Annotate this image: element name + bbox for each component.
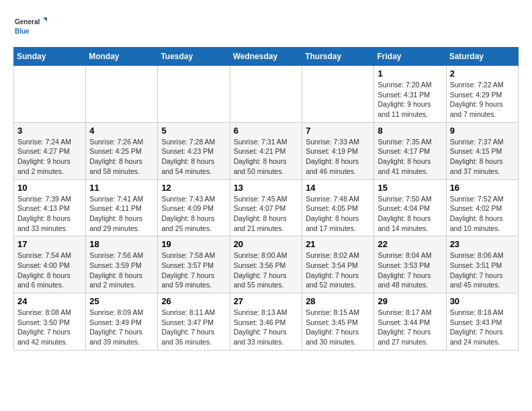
calendar-cell: 2Sunrise: 7:22 AM Sunset: 4:29 PM Daylig… <box>446 66 518 123</box>
day-info: Sunrise: 7:52 AM Sunset: 4:02 PM Dayligh… <box>450 194 515 234</box>
calendar-header-row: SundayMondayTuesdayWednesdayThursdayFrid… <box>14 48 519 66</box>
day-info: Sunrise: 7:43 AM Sunset: 4:09 PM Dayligh… <box>161 194 226 234</box>
day-info: Sunrise: 7:22 AM Sunset: 4:29 PM Dayligh… <box>450 80 515 120</box>
day-info: Sunrise: 7:58 AM Sunset: 3:57 PM Dayligh… <box>161 250 226 290</box>
calendar-cell: 30Sunrise: 8:18 AM Sunset: 3:43 PM Dayli… <box>446 293 518 351</box>
day-number: 7 <box>306 126 370 136</box>
calendar-cell: 8Sunrise: 7:35 AM Sunset: 4:17 PM Daylig… <box>374 122 446 179</box>
calendar-cell: 26Sunrise: 8:11 AM Sunset: 3:47 PM Dayli… <box>158 293 230 351</box>
day-number: 8 <box>378 126 442 136</box>
calendar-cell: 28Sunrise: 8:15 AM Sunset: 3:45 PM Dayli… <box>302 293 374 351</box>
day-number: 3 <box>17 126 82 136</box>
calendar-week-row: 1Sunrise: 7:20 AM Sunset: 4:31 PM Daylig… <box>14 66 519 123</box>
calendar-cell: 24Sunrise: 8:08 AM Sunset: 3:50 PM Dayli… <box>14 293 86 351</box>
day-info: Sunrise: 8:02 AM Sunset: 3:54 PM Dayligh… <box>306 250 370 290</box>
weekday-header: Friday <box>374 48 446 66</box>
day-number: 6 <box>234 126 299 136</box>
weekday-header: Thursday <box>302 48 374 66</box>
day-info: Sunrise: 7:45 AM Sunset: 4:07 PM Dayligh… <box>234 194 299 234</box>
calendar-week-row: 24Sunrise: 8:08 AM Sunset: 3:50 PM Dayli… <box>14 293 519 351</box>
calendar-cell <box>302 66 374 123</box>
svg-text:General: General <box>15 18 40 26</box>
day-info: Sunrise: 8:15 AM Sunset: 3:45 PM Dayligh… <box>306 308 370 347</box>
weekday-header: Tuesday <box>158 48 230 66</box>
day-info: Sunrise: 8:18 AM Sunset: 3:43 PM Dayligh… <box>450 308 515 347</box>
day-number: 20 <box>234 239 299 249</box>
calendar-cell: 6Sunrise: 7:31 AM Sunset: 4:21 PM Daylig… <box>230 122 302 179</box>
calendar-week-row: 3Sunrise: 7:24 AM Sunset: 4:27 PM Daylig… <box>14 122 519 179</box>
calendar-cell: 3Sunrise: 7:24 AM Sunset: 4:27 PM Daylig… <box>14 122 86 179</box>
weekday-header: Sunday <box>14 48 86 66</box>
calendar-week-row: 17Sunrise: 7:54 AM Sunset: 4:00 PM Dayli… <box>14 236 519 293</box>
day-number: 30 <box>450 296 515 306</box>
day-number: 9 <box>450 126 515 136</box>
day-info: Sunrise: 7:41 AM Sunset: 4:11 PM Dayligh… <box>89 194 154 234</box>
logo: General Blue <box>13 13 47 40</box>
day-info: Sunrise: 7:35 AM Sunset: 4:17 PM Dayligh… <box>378 137 442 177</box>
day-number: 13 <box>234 183 299 193</box>
day-number: 1 <box>378 68 442 79</box>
calendar-cell: 4Sunrise: 7:26 AM Sunset: 4:25 PM Daylig… <box>86 122 158 179</box>
day-number: 14 <box>306 183 370 193</box>
day-info: Sunrise: 8:11 AM Sunset: 3:47 PM Dayligh… <box>161 308 226 347</box>
day-info: Sunrise: 7:20 AM Sunset: 4:31 PM Dayligh… <box>378 80 442 120</box>
day-info: Sunrise: 7:28 AM Sunset: 4:23 PM Dayligh… <box>161 137 226 177</box>
calendar-cell <box>14 66 86 123</box>
svg-marker-2 <box>43 17 47 21</box>
day-number: 15 <box>378 183 442 193</box>
day-number: 11 <box>89 183 154 193</box>
day-number: 17 <box>17 239 82 249</box>
day-info: Sunrise: 7:31 AM Sunset: 4:21 PM Dayligh… <box>234 137 299 177</box>
day-number: 29 <box>378 296 442 306</box>
calendar-cell: 12Sunrise: 7:43 AM Sunset: 4:09 PM Dayli… <box>158 179 230 236</box>
day-info: Sunrise: 7:56 AM Sunset: 3:59 PM Dayligh… <box>89 250 154 290</box>
day-info: Sunrise: 8:00 AM Sunset: 3:56 PM Dayligh… <box>234 250 299 290</box>
logo-svg: General Blue <box>13 13 47 40</box>
day-number: 23 <box>450 239 515 249</box>
day-info: Sunrise: 7:48 AM Sunset: 4:05 PM Dayligh… <box>306 194 370 234</box>
day-info: Sunrise: 7:24 AM Sunset: 4:27 PM Dayligh… <box>17 137 82 177</box>
calendar-cell: 5Sunrise: 7:28 AM Sunset: 4:23 PM Daylig… <box>158 122 230 179</box>
day-number: 26 <box>161 296 226 306</box>
calendar-cell: 13Sunrise: 7:45 AM Sunset: 4:07 PM Dayli… <box>230 179 302 236</box>
calendar-cell: 7Sunrise: 7:33 AM Sunset: 4:19 PM Daylig… <box>302 122 374 179</box>
calendar-cell: 9Sunrise: 7:37 AM Sunset: 4:15 PM Daylig… <box>446 122 518 179</box>
calendar-cell: 14Sunrise: 7:48 AM Sunset: 4:05 PM Dayli… <box>302 179 374 236</box>
day-info: Sunrise: 7:50 AM Sunset: 4:04 PM Dayligh… <box>378 194 442 234</box>
day-info: Sunrise: 8:04 AM Sunset: 3:53 PM Dayligh… <box>378 250 442 290</box>
calendar-cell: 19Sunrise: 7:58 AM Sunset: 3:57 PM Dayli… <box>158 236 230 293</box>
calendar-cell: 20Sunrise: 8:00 AM Sunset: 3:56 PM Dayli… <box>230 236 302 293</box>
day-number: 18 <box>89 239 154 249</box>
calendar-cell <box>86 66 158 123</box>
weekday-header: Wednesday <box>230 48 302 66</box>
svg-text:Blue: Blue <box>15 28 30 35</box>
calendar-cell: 29Sunrise: 8:17 AM Sunset: 3:44 PM Dayli… <box>374 293 446 351</box>
calendar-cell: 1Sunrise: 7:20 AM Sunset: 4:31 PM Daylig… <box>374 66 446 123</box>
day-info: Sunrise: 7:33 AM Sunset: 4:19 PM Dayligh… <box>306 137 370 177</box>
day-info: Sunrise: 7:54 AM Sunset: 4:00 PM Dayligh… <box>17 250 82 290</box>
day-info: Sunrise: 7:37 AM Sunset: 4:15 PM Dayligh… <box>450 137 515 177</box>
day-info: Sunrise: 7:26 AM Sunset: 4:25 PM Dayligh… <box>89 137 154 177</box>
day-number: 16 <box>450 183 515 193</box>
calendar-cell: 16Sunrise: 7:52 AM Sunset: 4:02 PM Dayli… <box>446 179 518 236</box>
calendar-cell: 18Sunrise: 7:56 AM Sunset: 3:59 PM Dayli… <box>86 236 158 293</box>
calendar-cell: 23Sunrise: 8:06 AM Sunset: 3:51 PM Dayli… <box>446 236 518 293</box>
weekday-header: Saturday <box>446 48 518 66</box>
calendar-cell <box>158 66 230 123</box>
calendar-cell: 27Sunrise: 8:13 AM Sunset: 3:46 PM Dayli… <box>230 293 302 351</box>
calendar-cell: 21Sunrise: 8:02 AM Sunset: 3:54 PM Dayli… <box>302 236 374 293</box>
day-number: 22 <box>378 239 442 249</box>
day-number: 19 <box>161 239 226 249</box>
calendar-cell: 22Sunrise: 8:04 AM Sunset: 3:53 PM Dayli… <box>374 236 446 293</box>
day-number: 21 <box>306 239 370 249</box>
day-number: 5 <box>161 126 226 136</box>
calendar-cell: 11Sunrise: 7:41 AM Sunset: 4:11 PM Dayli… <box>86 179 158 236</box>
calendar-cell: 10Sunrise: 7:39 AM Sunset: 4:13 PM Dayli… <box>14 179 86 236</box>
page-header: General Blue <box>13 13 519 40</box>
calendar-week-row: 10Sunrise: 7:39 AM Sunset: 4:13 PM Dayli… <box>14 179 519 236</box>
day-number: 2 <box>450 68 515 79</box>
day-number: 28 <box>306 296 370 306</box>
day-info: Sunrise: 7:39 AM Sunset: 4:13 PM Dayligh… <box>17 194 82 234</box>
weekday-header: Monday <box>86 48 158 66</box>
calendar-cell: 17Sunrise: 7:54 AM Sunset: 4:00 PM Dayli… <box>14 236 86 293</box>
